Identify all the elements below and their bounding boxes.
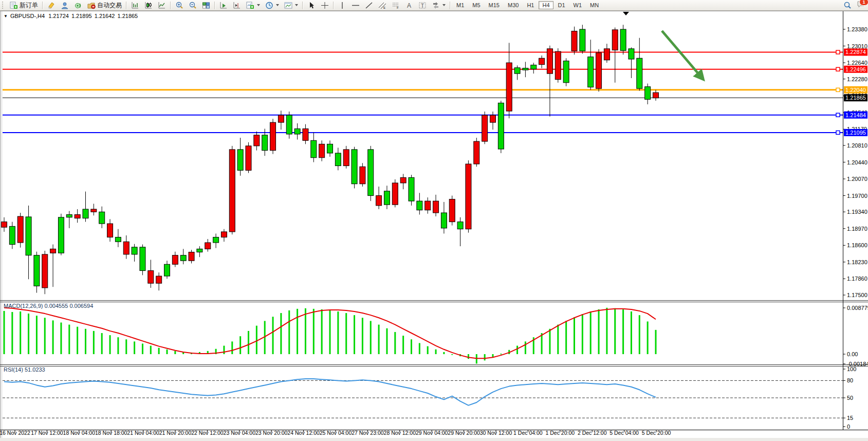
candle-body xyxy=(653,93,659,98)
timeframe-button-M30[interactable]: M30 xyxy=(504,1,522,9)
ohlc-high: 1.21895 xyxy=(71,13,92,19)
macd-bar xyxy=(443,352,445,354)
timeframe-button-H1[interactable]: H1 xyxy=(523,1,538,9)
text-label-tool-button[interactable]: T xyxy=(416,0,429,10)
macd-bar xyxy=(36,316,38,354)
macd-bar xyxy=(614,308,616,354)
candle-chart-mode-button[interactable] xyxy=(142,0,155,10)
x-axis-date-label: 27 Nov 23:00 xyxy=(352,430,384,436)
chart-shift-button[interactable] xyxy=(230,0,244,10)
macd-axis-label: 0.00 xyxy=(847,351,858,357)
candle-body xyxy=(457,222,463,229)
macd-bar xyxy=(354,315,355,354)
macd-bar xyxy=(541,333,543,354)
timeframe-button-H4[interactable]: H4 xyxy=(539,1,553,9)
zoom-out-button[interactable] xyxy=(186,0,199,10)
level-handle-1.22040[interactable] xyxy=(836,88,840,91)
timeframe-button-MN[interactable]: MN xyxy=(586,1,602,9)
candle-body xyxy=(620,29,626,50)
candle-body xyxy=(34,255,40,286)
level-handle-1.22874[interactable] xyxy=(836,50,840,54)
periods-button[interactable] xyxy=(263,0,282,10)
new-chart-button[interactable] xyxy=(244,0,263,10)
level-handle-1.21095[interactable] xyxy=(836,131,840,134)
price-badge-label: 1.22496 xyxy=(845,66,866,72)
candle-body xyxy=(588,57,594,87)
macd-bar xyxy=(28,314,29,354)
cursor-tool-button[interactable] xyxy=(305,0,318,10)
svg-text:T: T xyxy=(421,3,424,8)
timeframe-button-W1[interactable]: W1 xyxy=(570,1,586,9)
candle-body xyxy=(409,177,414,201)
candle-body xyxy=(254,135,260,146)
candle-body xyxy=(563,61,569,83)
level-handle-1.22496[interactable] xyxy=(836,67,840,71)
autoscroll-button[interactable] xyxy=(217,0,230,10)
fibonacci-tool-button[interactable]: F xyxy=(389,0,402,10)
candle-body xyxy=(75,215,80,218)
candle-body xyxy=(531,65,537,69)
fibonacci-icon: F xyxy=(392,2,400,9)
macd-bar xyxy=(647,321,649,354)
ohlc-low: 1.21642 xyxy=(95,13,115,19)
timeframe-bar: M1M5M15M30H1H4D1W1MN xyxy=(452,1,603,9)
candle-body xyxy=(441,213,447,228)
chat-button[interactable]: 1 xyxy=(857,1,865,10)
timeframe-button-D1[interactable]: D1 xyxy=(555,1,569,9)
main-toolbar: 新订单 自动交易 xyxy=(0,0,868,11)
candle-body xyxy=(523,68,528,70)
crosshair-tool-button[interactable] xyxy=(318,0,331,10)
bar-chart-icon xyxy=(131,2,139,9)
candle-body xyxy=(474,141,479,164)
macd-bar xyxy=(280,313,282,354)
text-tool-button[interactable]: A xyxy=(402,0,416,10)
macd-bar xyxy=(101,333,103,354)
x-axis-date-label: 17 Nov 12:00 xyxy=(31,430,63,436)
macd-bar xyxy=(68,325,70,354)
timeframe-button-M15[interactable]: M15 xyxy=(485,1,503,9)
templates-button[interactable] xyxy=(282,0,301,10)
macd-bar xyxy=(93,331,95,354)
x-axis-date-label: 29 Nov 04:00 xyxy=(416,430,448,436)
macd-bar xyxy=(557,325,559,354)
macd-bar xyxy=(134,341,135,354)
candle-body xyxy=(514,68,520,74)
chart-canvas[interactable]: 1.233801.230101.226401.222801.219101.215… xyxy=(0,0,868,441)
macd-bar xyxy=(125,339,127,354)
candle-body xyxy=(433,201,439,213)
tile-windows-button[interactable] xyxy=(199,0,213,10)
chart-collapse-icon[interactable]: ▼ xyxy=(4,14,8,19)
hline-tool-button[interactable] xyxy=(349,0,362,10)
shapes-tool-button[interactable] xyxy=(429,0,448,10)
marker-tool-button[interactable] xyxy=(45,0,58,10)
line-chart-mode-button[interactable] xyxy=(155,0,169,10)
candle-body xyxy=(286,115,292,134)
bar-chart-mode-button[interactable] xyxy=(128,0,142,10)
community-button[interactable] xyxy=(58,0,71,10)
timeframe-button-M5[interactable]: M5 xyxy=(469,1,484,9)
macd-bar xyxy=(305,308,306,354)
rsi-axis-label: 15 xyxy=(847,415,853,421)
autotrade-button[interactable]: 自动交易 xyxy=(85,0,124,10)
macd-bar xyxy=(297,309,298,354)
trendline-tool-button[interactable] xyxy=(362,0,376,10)
zoom-in-button[interactable] xyxy=(173,0,186,10)
vertical-line-icon xyxy=(338,2,346,9)
macd-bar xyxy=(174,351,176,354)
macd-bar xyxy=(574,317,575,354)
level-handle-1.21484[interactable] xyxy=(836,113,840,117)
chart-window-bg xyxy=(0,11,868,438)
timeframe-button-M1[interactable]: M1 xyxy=(453,1,468,9)
signals-button[interactable] xyxy=(71,0,85,10)
tile-windows-icon xyxy=(202,2,210,9)
candle-body xyxy=(58,217,64,253)
macd-bar xyxy=(337,311,339,354)
new-order-button[interactable]: 新订单 xyxy=(7,0,41,10)
search-icon[interactable] xyxy=(843,2,852,9)
x-axis-date-label: 21 Nov 04:00 xyxy=(127,430,159,436)
channel-tool-button[interactable]: E xyxy=(376,0,389,10)
candle-body xyxy=(343,150,349,166)
macd-indicator-label: MACD(12,26,9) 0.004555 0.006594 xyxy=(4,303,93,309)
vline-tool-button[interactable] xyxy=(336,0,349,10)
window-bottom-edge xyxy=(0,438,868,441)
